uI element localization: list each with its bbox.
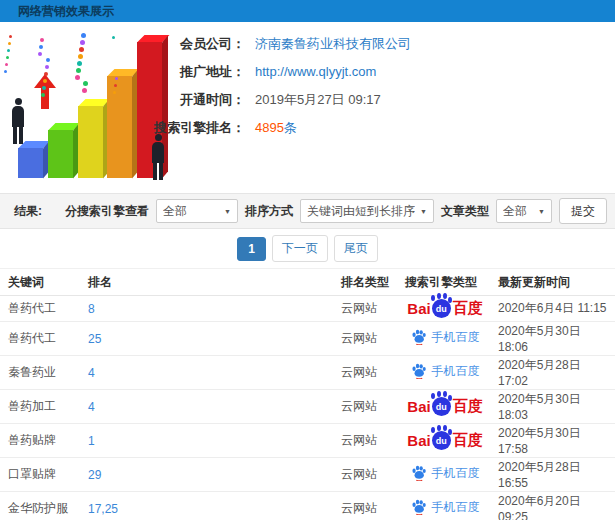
results-table: 关键词 排名 排名类型 搜索引擎类型 最新更新时间 兽药代工8云网站Baidu百… [0, 268, 615, 520]
last-page-button[interactable]: 尾页 [334, 235, 378, 262]
mobile-baidu-link[interactable]: 手机百度 [411, 465, 480, 482]
chart-bar-orange [107, 76, 132, 178]
mobile-baidu-label: 手机百度 [432, 465, 480, 482]
confetti-dot [42, 86, 46, 90]
baidu-logo[interactable]: Baidu百度 [407, 397, 482, 416]
confetti-dot [44, 72, 48, 76]
rank-cell: 25 [80, 322, 340, 356]
confetti-dot [77, 61, 82, 66]
baidu-logo-bai: Bai [407, 398, 430, 415]
engine-filter-value: 全部 [163, 203, 219, 220]
chevron-down-icon: ▼ [224, 208, 231, 215]
header-rank: 排名 [80, 269, 340, 296]
mobile-baidu-link[interactable]: 手机百度 [411, 499, 480, 516]
baidu-logo[interactable]: Baidu百度 [407, 431, 482, 450]
promotion-url-link[interactable]: http://www.qlyyjt.com [255, 58, 376, 86]
baidu-logo-cn: 百度 [453, 397, 483, 416]
rank-link[interactable]: 8 [88, 302, 95, 316]
rank-link[interactable]: 17,25 [88, 502, 118, 516]
confetti-dot [113, 91, 116, 94]
window-title-bar: 网络营销效果展示 [0, 0, 615, 22]
article-type-select[interactable]: 全部 ▼ [496, 199, 552, 223]
field-company: 会员公司： 济南秦鲁药业科技有限公司 [145, 30, 411, 58]
confetti-dot [114, 84, 117, 87]
baidu-logo-cn: 百度 [453, 299, 483, 318]
engine-cell: 手机百度 [400, 356, 490, 390]
confetti-dot [79, 47, 84, 52]
header-keyword: 关键词 [0, 269, 80, 296]
next-page-button[interactable]: 下一页 [272, 235, 328, 262]
sort-filter-label: 排序方式 [245, 203, 293, 220]
confetti-dot [40, 38, 44, 42]
field-open-time: 开通时间： 2019年5月27日 09:17 [145, 86, 411, 114]
baidu-logo-bai: Bai [407, 300, 430, 317]
engine-cell: Baidu百度 [400, 296, 490, 322]
keyword-cell: 兽药加工 [0, 390, 80, 424]
rank-link[interactable]: 29 [88, 468, 101, 482]
rank-link[interactable]: 1 [88, 434, 95, 448]
rank-cell: 8 [80, 296, 340, 322]
rank-link[interactable]: 25 [88, 332, 101, 346]
update-time-cell: 2020年6月20日 09:25 [490, 492, 615, 520]
chart-bar-green [48, 130, 73, 178]
confetti-dot [6, 56, 9, 59]
confetti-dot [81, 33, 86, 38]
page-title: 网络营销效果展示 [18, 4, 114, 18]
update-time-cell: 2020年5月30日 17:58 [490, 424, 615, 458]
rank-link[interactable]: 4 [88, 400, 95, 414]
businessman-figure-left [11, 98, 25, 144]
sort-filter-select[interactable]: 关键词由短到长排序 ▼ [300, 199, 434, 223]
confetti-dot [112, 36, 115, 39]
rank-type-cell: 云网站 [340, 390, 400, 424]
page-button-current[interactable]: 1 [237, 237, 266, 261]
confetti-dot [75, 75, 80, 80]
baidu-paw-icon [411, 499, 427, 515]
baidu-paw-icon [411, 465, 427, 481]
engine-filter-select[interactable]: 全部 ▼ [156, 199, 238, 223]
results-table-body: 兽药代工8云网站Baidu百度2020年6月4日 11:15兽药代工25云网站 … [0, 296, 615, 520]
table-row: 兽药贴牌1云网站Baidu百度2020年5月30日 17:58 [0, 424, 615, 458]
engine-cell: 手机百度 [400, 458, 490, 492]
keyword-cell: 口罩贴牌 [0, 458, 80, 492]
chart-bar-yellow [78, 106, 103, 178]
confetti-dot [76, 68, 81, 73]
ranking-count-number: 4895 [255, 120, 284, 135]
baidu-paw-icon [411, 363, 427, 379]
pagination: 1 下一页 尾页 [0, 229, 615, 268]
hero-section: 会员公司： 济南秦鲁药业科技有限公司 推广地址： http://www.qlyy… [0, 22, 615, 193]
rank-cell: 1 [80, 424, 340, 458]
table-row: 口罩贴牌29云网站 手机百度2020年5月28日 16:55 [0, 458, 615, 492]
ranking-count-suffix: 条 [284, 120, 297, 135]
keyword-cell: 兽药代工 [0, 322, 80, 356]
rank-type-cell: 云网站 [340, 356, 400, 390]
mobile-baidu-link[interactable]: 手机百度 [411, 329, 480, 346]
baidu-logo[interactable]: Baidu百度 [407, 299, 482, 318]
confetti-dot [83, 81, 88, 86]
rank-cell: 4 [80, 356, 340, 390]
keyword-cell: 金华防护服 [0, 492, 80, 520]
chart-bar-blue [18, 148, 43, 178]
field-url: 推广地址： http://www.qlyyjt.com [145, 58, 411, 86]
update-time-cell: 2020年5月28日 17:02 [490, 356, 615, 390]
confetti-dot [45, 65, 49, 69]
result-section-label: 结果: [14, 203, 42, 220]
article-type-label: 文章类型 [441, 203, 489, 220]
confetti-dot [5, 63, 8, 66]
mobile-baidu-link[interactable]: 手机百度 [411, 363, 480, 380]
engine-filter-label: 分搜索引擎查看 [65, 203, 149, 220]
header-update-time: 最新更新时间 [490, 269, 615, 296]
rank-cell: 4 [80, 390, 340, 424]
rank-cell: 29 [80, 458, 340, 492]
header-engine-type: 搜索引擎类型 [400, 269, 490, 296]
update-time-cell: 2020年5月28日 16:55 [490, 458, 615, 492]
header-rank-type: 排名类型 [340, 269, 400, 296]
company-link[interactable]: 济南秦鲁药业科技有限公司 [255, 30, 411, 58]
submit-button[interactable]: 提交 [559, 198, 607, 224]
rank-link[interactable]: 4 [88, 366, 95, 380]
confetti-dot [9, 35, 12, 38]
table-row: 金华防护服17,25云网站 手机百度2020年6月20日 09:25 [0, 492, 615, 520]
keyword-cell: 兽药贴牌 [0, 424, 80, 458]
confetti-dot [41, 93, 45, 97]
mobile-baidu-label: 手机百度 [432, 499, 480, 516]
baidu-paw-icon [411, 329, 427, 345]
